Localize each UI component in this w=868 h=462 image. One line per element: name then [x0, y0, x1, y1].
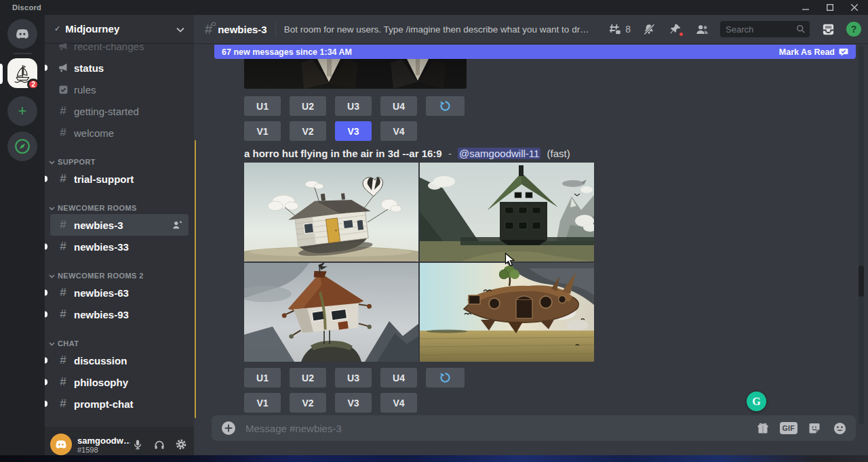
- category-newcomer-rooms-2[interactable]: NEWCOMER ROOMS 2: [45, 257, 194, 282]
- rerun-icon[interactable]: [426, 368, 465, 387]
- plus-icon: +: [18, 104, 27, 119]
- microphone-icon[interactable]: [130, 437, 145, 452]
- upscale-top-button-u3[interactable]: U3: [335, 96, 372, 116]
- window-minimize-button[interactable]: [802, 3, 810, 12]
- search-input[interactable]: [726, 24, 796, 35]
- variation-top-button-v1[interactable]: V1: [244, 121, 281, 141]
- pinned-messages-icon[interactable]: [667, 21, 684, 37]
- chevron-down-icon: [176, 24, 184, 35]
- message-input[interactable]: [245, 423, 755, 434]
- threads-count: 8: [625, 24, 631, 35]
- explore-servers-button[interactable]: [7, 131, 37, 161]
- previous-generated-image-partial[interactable]: [244, 59, 467, 89]
- sidebar-item-newbies-93[interactable]: #newbies-93: [50, 303, 189, 325]
- member-list-icon[interactable]: [694, 21, 710, 37]
- channel-topic[interactable]: Bot room for new users. Type /imagine th…: [284, 24, 591, 35]
- category-support[interactable]: SUPPORT: [45, 144, 194, 168]
- generated-image-3[interactable]: [244, 263, 418, 362]
- rules-icon: [56, 84, 71, 96]
- window-titlebar: Discord: [0, 0, 868, 15]
- variation-row-bottom: V1V2V3V4: [244, 393, 417, 413]
- sidebar-item-prompt-chat[interactable]: #prompt-chat: [50, 393, 189, 415]
- upscale-top-button-u4[interactable]: U4: [380, 96, 417, 116]
- threads-icon[interactable]: [606, 21, 623, 37]
- generated-image-grid: [244, 163, 594, 362]
- upscale-top-button-u1[interactable]: U1: [244, 96, 281, 116]
- window-close-button[interactable]: [850, 3, 859, 12]
- grammarly-icon[interactable]: G: [747, 392, 766, 411]
- new-messages-text: 67 new messages since 1:34 AM: [222, 47, 352, 57]
- create-invite-icon[interactable]: [172, 219, 183, 231]
- speed-label: (fast): [547, 148, 570, 159]
- channel-hash-icon: #: [205, 22, 212, 37]
- unread-pill: [45, 379, 47, 385]
- mark-as-read-button[interactable]: Mark As Read: [779, 47, 848, 57]
- channel-list: recent-changesstatusrules#getting-starte…: [45, 43, 194, 421]
- sidebar-item-newbies-3[interactable]: #newbies-3: [50, 214, 189, 236]
- home-button[interactable]: [7, 19, 37, 49]
- inbox-icon[interactable]: [820, 21, 836, 37]
- notifications-muted-icon[interactable]: [641, 21, 657, 37]
- variation-bottom-button-v3[interactable]: V3: [335, 393, 372, 413]
- headphones-icon[interactable]: [152, 437, 167, 452]
- sidebar-item-status[interactable]: status: [50, 57, 189, 79]
- upscale-bottom-button-u1[interactable]: U1: [244, 368, 281, 387]
- variation-top-button-v2[interactable]: V2: [290, 121, 326, 141]
- upscale-bottom-button-u2[interactable]: U2: [290, 368, 326, 387]
- gif-picker-icon[interactable]: GIF: [780, 422, 797, 434]
- server-header[interactable]: ✓ Midjourney: [45, 15, 194, 43]
- hash-icon: #: [56, 308, 71, 321]
- variation-top-button-v3[interactable]: V3: [335, 121, 372, 141]
- attach-plus-icon[interactable]: [221, 421, 236, 436]
- megaphone-icon: [56, 43, 71, 52]
- sidebar-item-getting-started[interactable]: #getting-started: [50, 100, 189, 122]
- generated-image-1[interactable]: [244, 163, 418, 261]
- variation-top-button-v4[interactable]: V4: [380, 121, 417, 141]
- sidebar-item-discussion[interactable]: #discussion: [50, 350, 189, 371]
- user-avatar[interactable]: [50, 434, 72, 455]
- rerun-icon[interactable]: [426, 96, 465, 116]
- category-chat[interactable]: CHAT: [45, 325, 194, 350]
- message-prompt-line: a horro hut flying in the air in 3d --ar…: [244, 148, 570, 159]
- chat-scrollbar-thumb[interactable]: [859, 266, 864, 297]
- new-messages-banner: 67 new messages since 1:34 AM Mark As Re…: [214, 45, 856, 59]
- sidebar-item-rules[interactable]: rules: [50, 79, 189, 100]
- sidebar-item-philosophy[interactable]: #philosophy: [50, 371, 189, 393]
- search-box[interactable]: [720, 21, 810, 37]
- sidebar-item-newbies-63[interactable]: #newbies-63: [50, 282, 189, 303]
- variation-bottom-button-v4[interactable]: V4: [380, 393, 417, 413]
- hash-icon: #: [56, 218, 71, 232]
- gift-icon[interactable]: [755, 420, 771, 436]
- category-newcomer-rooms[interactable]: NEWCOMER ROOMS: [45, 190, 194, 214]
- upscale-bottom-button-u4[interactable]: U4: [380, 368, 417, 387]
- sticker-icon[interactable]: [806, 420, 823, 436]
- generated-image-2[interactable]: [420, 163, 594, 261]
- upscale-bottom-button-u3[interactable]: U3: [335, 368, 372, 387]
- user-mention[interactable]: @samgoodwill-11: [458, 148, 540, 159]
- chat-topbar: # newbies-3 Bot room for new users. Type…: [194, 15, 868, 43]
- variation-row-top: V1V2V3V4: [244, 121, 417, 141]
- sidebar-item-newbies-33[interactable]: #newbies-33: [50, 236, 189, 257]
- sidebar-item-welcome[interactable]: #welcome: [50, 122, 189, 144]
- server-icon-midjourney[interactable]: 2: [7, 58, 37, 88]
- topbar-divider: [275, 22, 276, 37]
- hash-icon: #: [56, 397, 71, 411]
- unread-pill: [45, 244, 47, 250]
- help-icon[interactable]: ?: [846, 22, 861, 37]
- hash-icon: #: [56, 375, 71, 389]
- window-maximize-button[interactable]: [826, 3, 834, 12]
- unread-pill: [45, 312, 47, 318]
- variation-bottom-button-v2[interactable]: V2: [290, 393, 326, 413]
- hash-icon: #: [56, 354, 71, 367]
- add-server-button[interactable]: +: [7, 96, 37, 126]
- variation-bottom-button-v1[interactable]: V1: [244, 393, 281, 413]
- app-title: Discord: [12, 3, 41, 12]
- emoji-icon[interactable]: [831, 420, 848, 436]
- settings-gear-icon[interactable]: [174, 437, 189, 452]
- channel-title: newbies-3: [218, 24, 267, 35]
- unread-pill: [45, 65, 47, 71]
- upscale-top-button-u2[interactable]: U2: [290, 96, 326, 116]
- sidebar-item-recent-changes[interactable]: recent-changes: [50, 43, 189, 57]
- generated-image-4[interactable]: [420, 263, 594, 362]
- sidebar-item-trial-support[interactable]: #trial-support: [50, 168, 189, 190]
